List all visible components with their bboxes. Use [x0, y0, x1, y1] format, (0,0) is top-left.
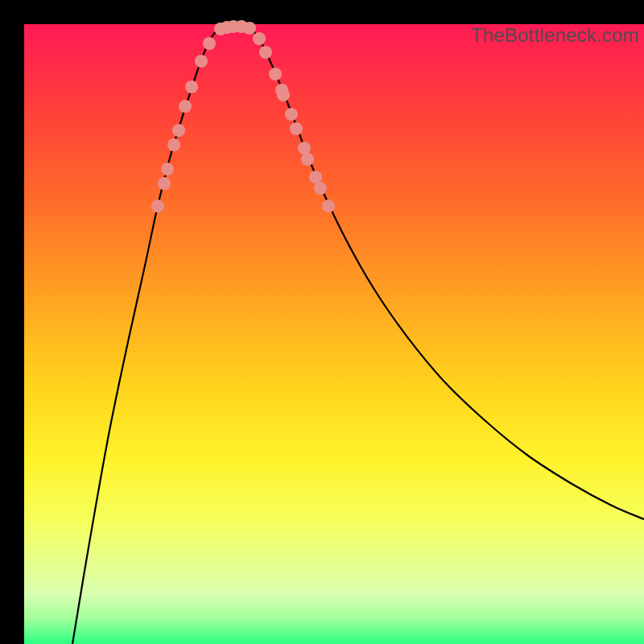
data-marker [151, 200, 164, 213]
data-marker [253, 32, 266, 45]
data-marker [179, 100, 192, 113]
chart-frame: TheBottleneck.com [0, 0, 644, 644]
data-marker [290, 122, 303, 135]
data-marker [309, 171, 322, 184]
data-marker [259, 46, 272, 59]
data-marker [269, 68, 282, 80]
data-marker [243, 22, 256, 35]
plot-area: TheBottleneck.com [24, 24, 644, 644]
bottleneck-curve [72, 27, 644, 644]
data-marker [301, 153, 314, 166]
marker-group [151, 20, 335, 213]
data-marker [285, 108, 298, 121]
data-marker [158, 177, 171, 190]
data-marker [314, 182, 327, 195]
data-marker [203, 37, 216, 50]
data-marker [322, 200, 335, 213]
data-marker [298, 142, 311, 155]
data-marker [277, 89, 290, 101]
data-marker [195, 55, 208, 68]
data-marker [185, 80, 198, 93]
chart-svg [24, 24, 644, 644]
data-marker [167, 138, 180, 151]
data-marker [161, 163, 174, 175]
data-marker [172, 124, 185, 137]
